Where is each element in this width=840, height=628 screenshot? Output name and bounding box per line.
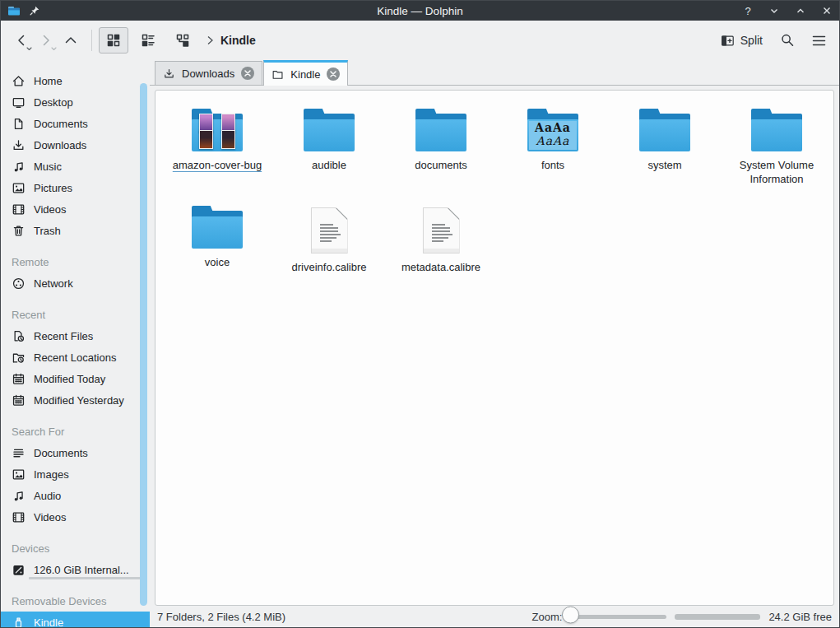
image-icon [12,181,26,195]
music-icon [12,489,26,503]
folder-icon [304,109,355,151]
sidebar-item-videos[interactable]: Videos [1,198,150,220]
close-button[interactable] [821,5,833,16]
sidebar-item-internal-drive[interactable]: 126.0 GiB Internal... [1,559,150,580]
sidebar-item-search-documents[interactable]: Documents [1,442,150,463]
sidebar-item-kindle[interactable]: Kindle [1,612,150,627]
folder-icon [192,206,243,249]
text-file-icon [423,207,460,254]
hamburger-icon [811,35,827,47]
text-file-icon [311,207,348,254]
calendar-icon [12,372,26,386]
file-item-amazon-cover-bug[interactable]: amazon-cover-bug [161,100,273,198]
video-icon [12,202,26,216]
file-item-documents[interactable]: documents [385,100,497,198]
folder-icon-with-cover-previews [192,109,243,151]
file-item-metadata-calibre[interactable]: metadata.calibre [385,198,497,295]
zoom-label: Zoom: [532,611,563,623]
file-item-fonts[interactable]: AaAaAaAa fonts [497,100,609,198]
sidebar-item-search-audio[interactable]: Audio [1,485,150,506]
menu-button[interactable] [806,27,831,53]
folder-icon [639,109,690,151]
folder-view[interactable]: amazon-cover-bug audible documents AaAaA… [155,90,834,606]
section-header-recent: Recent [12,305,150,325]
file-name: audible [312,159,346,173]
folder-icon-with-font-preview: AaAaAaAa [527,109,578,151]
details-view-button[interactable] [133,27,163,53]
file-name: metadata.calibre [401,261,480,275]
tab-kindle[interactable]: Kindle [263,60,348,86]
sidebar-item-modified-yesterday[interactable]: Modified Yesterday [1,389,150,411]
split-button-label: Split [740,34,763,47]
titlebar[interactable]: Kindle — Dolphin ? [1,1,839,21]
breadcrumb-location[interactable]: Kindle [220,34,256,47]
download-icon [163,67,175,80]
toolbar-separator [91,30,92,51]
tab-label: Kindle [290,68,320,81]
tab-close-button[interactable] [327,67,340,81]
sidebar-item-desktop[interactable]: Desktop [1,91,150,113]
book-cover-thumbnail [199,130,213,149]
sidebar-item-home[interactable]: Home [1,70,150,91]
trash-icon [12,224,26,238]
file-name: amazon-cover-bug [173,159,262,173]
sidebar-item-network[interactable]: Network [1,272,150,294]
home-icon [12,74,26,88]
split-button[interactable]: Split [715,27,768,53]
dolphin-window: Kindle — Dolphin ? [0,0,840,628]
harddrive-icon [12,563,26,577]
free-space-label: 24.2 GiB free [768,611,832,623]
file-item-audible[interactable]: audible [273,100,385,198]
help-button[interactable]: ? [742,5,754,16]
sidebar-item-music[interactable]: Music [1,156,150,177]
sidebar-item-recent-files[interactable]: Recent Files [1,325,150,347]
sidebar-item-downloads[interactable]: Downloads [1,134,150,156]
folder-icon [271,68,284,81]
status-summary: 7 Folders, 2 Files (4.2 MiB) [157,611,285,623]
sidebar-item-search-images[interactable]: Images [1,463,150,485]
section-header-removable-devices: Removable Devices [12,592,150,612]
file-item-system-volume-information[interactable]: System Volume Information [721,100,833,198]
file-item-driveinfo-calibre[interactable]: driveinfo.calibre [273,198,385,295]
search-button[interactable] [775,27,800,53]
back-button[interactable] [9,27,34,53]
breadcrumb-chevron-icon [206,35,214,45]
main-toolbar: Kindle Split [1,21,839,60]
book-cover-thumbnail [221,130,235,149]
window-title: Kindle — Dolphin [1,5,839,17]
tab-bar: Downloads Kindle [150,60,839,86]
icons-view-button[interactable] [99,27,128,53]
file-name: documents [415,159,467,173]
sidebar-item-trash[interactable]: Trash [1,220,150,241]
sidebar-item-documents[interactable]: Documents [1,113,150,134]
pin-icon[interactable] [29,5,40,16]
up-button[interactable] [58,27,83,53]
font-preview: AaAaAaAa [529,121,577,150]
document-icon [12,117,26,131]
section-header-search-for: Search For [12,422,150,442]
forward-button[interactable] [34,27,58,53]
tab-close-button[interactable] [241,67,254,80]
zoom-slider[interactable] [570,615,666,619]
folder-icon [751,109,802,151]
breadcrumb[interactable]: Kindle [206,34,256,47]
video-icon [12,510,26,524]
tab-downloads[interactable]: Downloads [155,61,262,85]
minimize-button[interactable] [768,5,780,16]
split-view-icon [721,34,735,48]
back-history-caret-icon [26,47,32,51]
sidebar-item-modified-today[interactable]: Modified Today [1,368,150,389]
file-clock-icon [12,329,26,343]
maximize-button[interactable] [795,5,806,16]
zoom-slider-handle[interactable] [562,606,579,623]
status-bar: 7 Folders, 2 Files (4.2 MiB) Zoom: 24.2 … [150,606,839,627]
desktop-icon [12,95,26,109]
tree-view-button[interactable] [168,27,197,53]
file-name: driveinfo.calibre [291,261,366,275]
file-item-voice[interactable]: voice [161,198,273,295]
sidebar-item-pictures[interactable]: Pictures [1,177,150,198]
sidebar-item-recent-locations[interactable]: Recent Locations [1,347,150,368]
sidebar-item-search-videos[interactable]: Videos [1,506,150,528]
file-item-system[interactable]: system [609,100,721,198]
sidebar-scrollbar[interactable] [140,83,147,606]
